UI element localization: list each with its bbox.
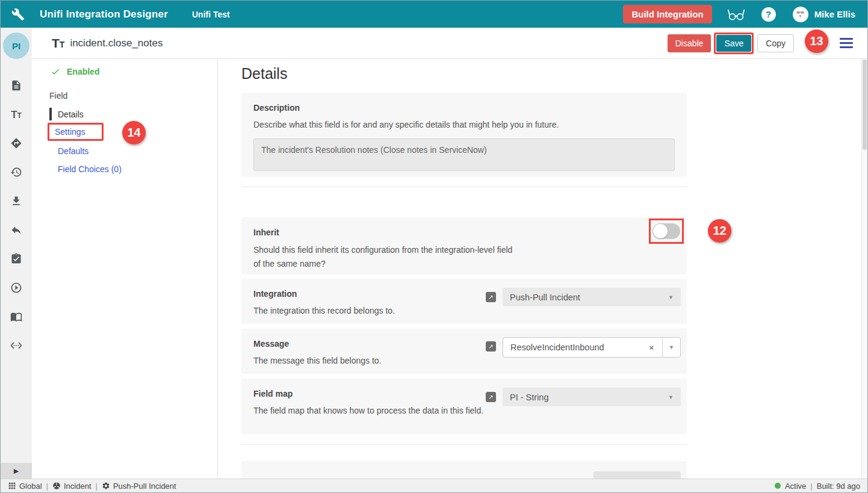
field-map-value: PI - String bbox=[510, 392, 548, 402]
message-card: Message The message this field belongs t… bbox=[241, 329, 687, 374]
enabled-label: Enabled bbox=[67, 67, 99, 76]
clear-icon[interactable]: × bbox=[640, 343, 662, 352]
app-title: Unifi Integration Designer bbox=[40, 8, 168, 20]
help-icon[interactable]: ? bbox=[761, 7, 776, 22]
active-dot-icon bbox=[775, 483, 781, 489]
header-actions: Disable Save Copy 13 bbox=[668, 31, 853, 55]
status-breadcrumb: Global | Incident | Push-Pull Incident bbox=[8, 482, 176, 491]
vertical-scrollbar[interactable] bbox=[861, 59, 867, 479]
integration-card: Integration The integration this record … bbox=[241, 279, 687, 324]
target-label: Incident bbox=[64, 482, 91, 491]
reply-icon[interactable] bbox=[1, 215, 32, 244]
open-record-icon[interactable]: ↗ bbox=[486, 292, 496, 302]
annotation-badge-13: 13 bbox=[805, 29, 828, 53]
inherit-help: Should this field inherit its configurat… bbox=[253, 243, 521, 270]
page-title: Details bbox=[241, 65, 287, 82]
integration-label: Push-Pull Incident bbox=[113, 482, 176, 491]
annotation-box-save: Save bbox=[714, 33, 754, 54]
type-icon[interactable]: TT bbox=[1, 100, 32, 129]
open-record-icon[interactable]: ↗ bbox=[486, 392, 496, 402]
menu-icon[interactable] bbox=[840, 38, 853, 48]
annotation-badge-14: 14 bbox=[122, 121, 146, 144]
integration-value: Push-Pull Incident bbox=[510, 293, 580, 302]
annotation-badge-12: 12 bbox=[708, 219, 731, 243]
status-right: Active | Built: 9d ago bbox=[775, 482, 860, 491]
code-icon[interactable] bbox=[1, 331, 32, 360]
sidebar-item-field-choices[interactable]: Field Choices (0) bbox=[58, 164, 122, 174]
chevron-down-icon: ▼ bbox=[668, 294, 674, 300]
message-combobox[interactable]: ResolveIncidentInbound × ▼ bbox=[503, 337, 681, 358]
toggle-knob bbox=[653, 224, 668, 238]
inherit-toggle[interactable] bbox=[653, 223, 680, 239]
message-value: ResolveIncidentInbound bbox=[503, 343, 604, 352]
description-help: Describe what this field is for and any … bbox=[253, 118, 675, 132]
active-label: Active bbox=[785, 482, 806, 491]
check-icon bbox=[51, 67, 60, 76]
chevron-down-icon[interactable]: ▼ bbox=[663, 344, 680, 350]
history-icon[interactable] bbox=[1, 158, 32, 187]
open-record-icon[interactable]: ↗ bbox=[486, 341, 496, 352]
section-divider bbox=[241, 444, 687, 445]
enabled-status: Enabled bbox=[51, 67, 99, 76]
scrollbar-thumb[interactable] bbox=[863, 60, 867, 150]
app-window: Unifi Integration Designer Unifi Test Bu… bbox=[0, 0, 868, 493]
inherit-card: Inherit Should this field inherit its co… bbox=[241, 217, 687, 274]
integration-initials-badge[interactable]: PI bbox=[3, 33, 29, 59]
section-divider bbox=[241, 187, 687, 187]
download-icon[interactable] bbox=[1, 187, 32, 215]
partial-dropdown[interactable] bbox=[594, 471, 681, 479]
workspace-name[interactable]: Unifi Test bbox=[192, 10, 230, 19]
copy-button[interactable]: Copy bbox=[757, 34, 794, 52]
document-icon[interactable] bbox=[1, 71, 32, 100]
scope-item[interactable]: Global bbox=[8, 482, 42, 491]
annotation-box-settings: Settings bbox=[48, 123, 104, 141]
sidebar-item-settings[interactable]: Settings bbox=[55, 127, 85, 137]
sidebar-item-details[interactable]: Details bbox=[49, 108, 84, 120]
rail-icon-list: TT bbox=[1, 71, 32, 360]
description-card: Description Describe what this field is … bbox=[241, 93, 687, 177]
built-label: Built: 9d ago bbox=[817, 482, 860, 491]
user-avatar[interactable] bbox=[793, 7, 808, 22]
separator: | bbox=[810, 482, 812, 491]
task-check-icon[interactable] bbox=[1, 244, 32, 273]
gear-icon bbox=[102, 482, 110, 490]
section-label: Field bbox=[49, 91, 67, 101]
separator: | bbox=[46, 482, 48, 491]
description-label: Description bbox=[253, 103, 675, 113]
save-button[interactable]: Save bbox=[716, 35, 751, 52]
navbar-actions: Build Integration ? Mike Ellis bbox=[623, 5, 855, 23]
field-type-icon: TT bbox=[52, 37, 64, 49]
annotation-box-toggle bbox=[649, 219, 684, 244]
top-navbar: Unifi Integration Designer Unifi Test Bu… bbox=[1, 1, 867, 28]
grid-icon bbox=[8, 482, 16, 490]
inherit-label: Inherit bbox=[253, 228, 675, 237]
glasses-icon[interactable] bbox=[727, 7, 746, 22]
active-item-bar bbox=[49, 108, 52, 120]
book-icon[interactable] bbox=[1, 302, 32, 331]
record-title: incident.close_notes bbox=[70, 37, 163, 49]
user-name[interactable]: Mike Ellis bbox=[814, 9, 855, 19]
build-integration-button[interactable]: Build Integration bbox=[623, 5, 711, 23]
target-item[interactable]: Incident bbox=[52, 482, 91, 491]
field-map-select[interactable]: PI - String ▼ bbox=[503, 388, 681, 406]
disable-button[interactable]: Disable bbox=[668, 34, 711, 52]
separator: | bbox=[96, 482, 98, 491]
scope-label: Global bbox=[19, 482, 42, 491]
description-textarea[interactable]: The incident's Resolution notes (Close n… bbox=[253, 138, 675, 171]
integration-item[interactable]: Push-Pull Incident bbox=[102, 482, 176, 491]
play-circle-icon[interactable] bbox=[1, 273, 32, 302]
chevron-down-icon: ▼ bbox=[668, 394, 674, 400]
sidebar-item-defaults[interactable]: Defaults bbox=[58, 146, 88, 156]
incident-icon bbox=[52, 482, 61, 490]
partial-card bbox=[241, 461, 687, 479]
field-map-card: Field map The field map that knows how t… bbox=[241, 379, 687, 434]
record-header: TT incident.close_notes Disable Save Cop… bbox=[32, 28, 867, 59]
wrench-icon bbox=[11, 8, 25, 21]
directions-icon[interactable] bbox=[1, 129, 32, 158]
sidebar-expand-button[interactable]: ▶ bbox=[1, 463, 32, 479]
status-bar: Global | Incident | Push-Pull Incident A… bbox=[1, 479, 867, 492]
field-sidebar: Enabled Field Details Settings Defaults … bbox=[32, 59, 218, 479]
icon-rail: PI TT bbox=[1, 28, 32, 479]
details-panel: Details Description Describe what this f… bbox=[218, 59, 867, 479]
integration-select[interactable]: Push-Pull Incident ▼ bbox=[503, 288, 681, 306]
